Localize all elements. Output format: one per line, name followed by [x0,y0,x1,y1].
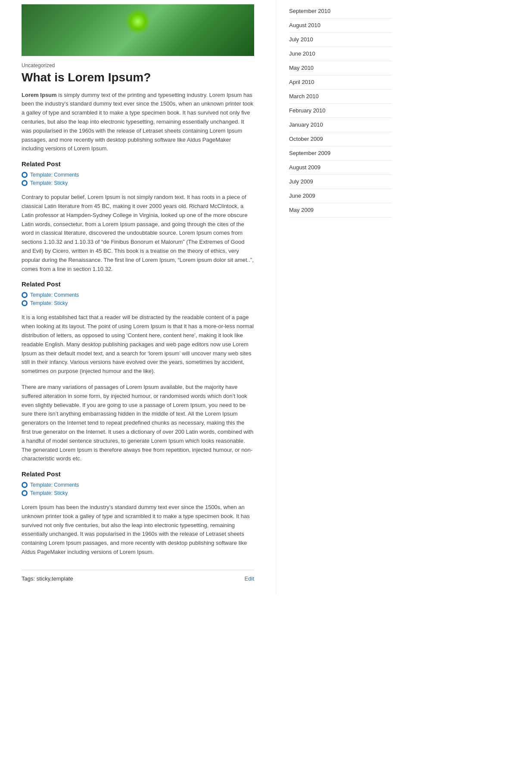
related-post-heading-3: Related Post [22,470,254,478]
archive-list-item: May 2010 [289,61,392,75]
archive-list: September 2010August 2010July 2010June 2… [289,4,392,217]
link-icon [22,490,28,496]
archive-link[interactable]: February 2010 [289,107,326,114]
related-post-list-3: Template: Comments Template: Sticky [22,482,254,496]
related-post-item: Template: Comments [22,482,254,488]
archive-list-item: September 2009 [289,146,392,161]
archive-link[interactable]: October 2009 [289,136,323,142]
archive-link[interactable]: July 2009 [289,178,313,185]
related-post-item: Template: Sticky [22,180,254,186]
archive-list-item: July 2009 [289,175,392,189]
archive-link[interactable]: July 2010 [289,36,313,43]
archive-list-item: September 2010 [289,4,392,19]
body-p1-bold: Lorem Ipsum [22,92,57,98]
tags-value: sticky,template [37,575,73,582]
related-post-list-2: Template: Comments Template: Sticky [22,292,254,306]
archive-list-item: October 2009 [289,132,392,146]
archive-list-item: August 2010 [289,19,392,33]
related-post-heading-1: Related Post [22,160,254,168]
archive-list-item: May 2009 [289,203,392,217]
tags-label-text: Tags: [22,575,35,582]
archive-link[interactable]: January 2010 [289,121,323,128]
category-label: Uncategorized [22,62,254,68]
link-icon [22,482,28,488]
post-footer: Tags: sticky,template Edit [22,570,254,582]
archive-list-item: April 2010 [289,75,392,90]
body-paragraph-5: Lorem Ipsum has been the industry's stan… [22,503,254,557]
archive-link[interactable]: March 2010 [289,93,319,99]
archive-link[interactable]: May 2010 [289,65,314,71]
body-p1-text: is simply dummy text of the printing and… [22,92,253,152]
related-post-item: Template: Sticky [22,490,254,496]
link-icon [22,180,28,186]
post-title: What is Lorem Ipsum? [22,70,254,85]
edit-link[interactable]: Edit [245,575,254,582]
archive-link[interactable]: April 2010 [289,79,314,85]
related-post-link-3a[interactable]: Template: Comments [30,482,79,488]
link-icon [22,172,28,178]
body-paragraph-4: There are many variations of passages of… [22,383,254,463]
archive-link[interactable]: September 2010 [289,8,330,14]
related-post-link-1a[interactable]: Template: Comments [30,172,79,178]
main-content: Uncategorized What is Lorem Ipsum? Lorem… [0,0,267,595]
archive-list-item: August 2009 [289,161,392,175]
hero-image [22,4,254,56]
archive-list-item: February 2010 [289,104,392,118]
related-post-item: Template: Comments [22,172,254,178]
tags-label: Tags: sticky,template [22,575,73,582]
archive-list-item: July 2010 [289,33,392,47]
related-post-link-2a[interactable]: Template: Comments [30,292,79,298]
link-icon [22,300,28,306]
archive-link[interactable]: August 2010 [289,22,320,28]
page-wrapper: Uncategorized What is Lorem Ipsum? Lorem… [0,0,532,595]
archive-link[interactable]: June 2009 [289,193,315,199]
body-paragraph-3: It is a long established fact that a rea… [22,313,254,376]
archive-link[interactable]: August 2009 [289,164,320,171]
related-post-item: Template: Sticky [22,300,254,306]
related-post-item: Template: Comments [22,292,254,298]
archive-link[interactable]: May 2009 [289,207,314,213]
related-post-link-3b[interactable]: Template: Sticky [30,490,68,496]
link-icon [22,292,28,298]
archive-list-item: June 2009 [289,189,392,203]
body-paragraph-2: Contrary to popular belief, Lorem Ipsum … [22,193,254,273]
related-post-link-2b[interactable]: Template: Sticky [30,300,68,306]
archive-link[interactable]: June 2010 [289,50,315,57]
sidebar: September 2010August 2010July 2010June 2… [276,0,405,595]
related-post-list-1: Template: Comments Template: Sticky [22,172,254,186]
archive-list-item: June 2010 [289,47,392,61]
archive-link[interactable]: September 2009 [289,150,330,156]
body-paragraph-1: Lorem Ipsum is simply dummy text of the … [22,91,254,154]
related-post-heading-2: Related Post [22,280,254,288]
archive-list-item: March 2010 [289,90,392,104]
related-post-link-1b[interactable]: Template: Sticky [30,180,68,186]
archive-list-item: January 2010 [289,118,392,132]
